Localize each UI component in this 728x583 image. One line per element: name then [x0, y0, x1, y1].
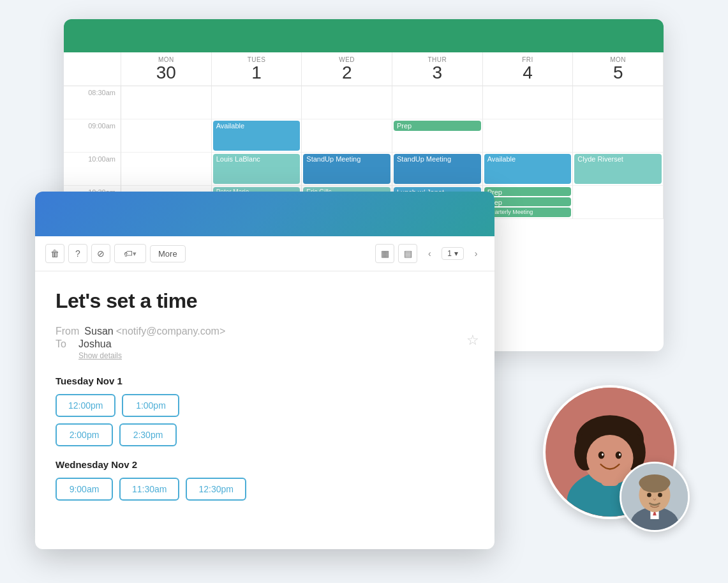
tuesday-title: Tuesday Nov 1	[56, 375, 474, 386]
email-subject: Let's set a time	[56, 289, 474, 313]
cell-mon-0830	[121, 86, 212, 119]
svg-point-11	[619, 453, 621, 456]
view-list-button[interactable]: ▤	[398, 244, 417, 263]
chevron-right-icon: ›	[475, 248, 478, 259]
svg-point-8	[598, 451, 605, 459]
slot-tue-1200[interactable]: 12:00pm	[56, 394, 115, 417]
cell-mon2-0900	[573, 119, 664, 153]
prev-button[interactable]: ‹	[421, 245, 438, 262]
view-grid-button[interactable]: ▦	[375, 244, 394, 263]
slot-wed-1130[interactable]: 11:30am	[119, 478, 179, 501]
block-icon: ⊘	[97, 248, 105, 259]
email-toolbar: 🗑 ? ⊘ 🏷 ▾ More ▦ ▤ ‹ 1 ▾ ›	[35, 236, 494, 271]
delete-button[interactable]: 🗑	[45, 244, 64, 263]
cell-thur-1000: StandUp Meeting	[392, 153, 483, 186]
cell-mon-1000	[121, 153, 212, 186]
email-to-row: To Joshua	[56, 338, 474, 350]
help-button[interactable]: ?	[68, 244, 87, 263]
cell-wed-0900	[302, 119, 392, 153]
slot-wed-1230[interactable]: 12:30pm	[186, 478, 246, 501]
svg-point-10	[602, 453, 604, 456]
cell-mon2-0830	[573, 86, 664, 119]
wednesday-slots-row: 9:00am 11:30am 12:30pm	[56, 478, 474, 501]
event-prep-fri2[interactable]: Prep	[484, 197, 572, 206]
svg-point-21	[658, 493, 662, 497]
date-section-tuesday: Tuesday Nov 1 12:00pm 1:00pm 2:00pm 2:30…	[56, 375, 474, 446]
email-body: ☆ Let's set a time From Susan <notify@co…	[35, 271, 494, 549]
day-header-mon5: Mon 5	[573, 52, 664, 86]
svg-point-19	[641, 480, 668, 492]
chevron-left-icon: ‹	[428, 248, 431, 259]
list-icon: ▤	[404, 248, 412, 259]
email-panel-header	[35, 192, 494, 236]
slot-tue-230[interactable]: 2:30pm	[119, 423, 177, 446]
cell-thur-0900: Prep	[392, 119, 483, 153]
cell-mon2-1030	[573, 186, 664, 219]
avatar-group	[543, 385, 677, 519]
more-button[interactable]: More	[150, 245, 186, 262]
day-header-tues1: Tues 1	[212, 52, 302, 86]
day-header-wed2: Wed 2	[302, 52, 392, 86]
time-label-0900: 09:00am	[64, 119, 121, 153]
date-section-wednesday: Wednesday Nov 2 9:00am 11:30am 12:30pm	[56, 459, 474, 501]
page-indicator[interactable]: 1 ▾	[442, 247, 464, 260]
cell-fri-1000: Available	[483, 153, 574, 186]
email-panel: 🗑 ? ⊘ 🏷 ▾ More ▦ ▤ ‹ 1 ▾ ›	[35, 192, 494, 549]
svg-point-20	[647, 493, 651, 497]
cell-wed-0830	[302, 86, 392, 119]
next-button[interactable]: ›	[468, 245, 484, 262]
cell-mon-0900	[121, 119, 212, 153]
grid-icon: ▦	[381, 248, 389, 259]
block-button[interactable]: ⊘	[91, 244, 110, 263]
event-quarterly[interactable]: Quarterly Meeting	[484, 208, 572, 216]
day-header-thur3: Thur 3	[392, 52, 483, 86]
time-column-header	[64, 52, 121, 86]
star-button[interactable]: ☆	[466, 332, 479, 349]
svg-point-7	[586, 435, 633, 481]
avatar-man	[620, 462, 690, 532]
slot-wed-900[interactable]: 9:00am	[56, 478, 113, 501]
svg-point-9	[616, 451, 622, 459]
email-from-row: From Susan <notify@company.com>	[56, 326, 474, 337]
question-icon: ?	[75, 248, 80, 259]
calendar-header-bar	[64, 19, 664, 52]
tuesday-slots-row2: 2:00pm 2:30pm	[56, 423, 474, 446]
event-standup-thur[interactable]: StandUp Meeting	[394, 154, 481, 184]
time-label-1000: 10:00am	[64, 153, 121, 186]
cell-tues-0830	[212, 86, 302, 119]
cell-tues-0900: Available	[212, 119, 302, 153]
event-available-tues[interactable]: Available	[213, 121, 301, 151]
event-prep-thur[interactable]: Prep	[394, 121, 481, 131]
cell-wed-1000: StandUp Meeting	[302, 153, 392, 186]
cell-fri-0830	[483, 86, 574, 119]
tuesday-slots-row1: 12:00pm 1:00pm	[56, 394, 474, 417]
event-available-fri[interactable]: Available	[484, 154, 572, 184]
tag-button[interactable]: 🏷 ▾	[114, 244, 146, 263]
event-clyde[interactable]: Clyde Riverset	[574, 154, 662, 184]
slot-tue-100[interactable]: 1:00pm	[122, 394, 179, 417]
time-label-0830: 08:30am	[64, 86, 121, 119]
cell-tues-1000: Louis LaBlanc	[212, 153, 302, 186]
event-louis[interactable]: Louis LaBlanc	[213, 154, 301, 184]
event-standup-wed[interactable]: StandUp Meeting	[303, 154, 390, 184]
cell-fri-1030: Prep Prep Quarterly Meeting	[483, 186, 574, 219]
cell-mon2-1000: Clyde Riverset	[573, 153, 664, 186]
wednesday-title: Wednesday Nov 2	[56, 459, 474, 470]
slot-tue-200[interactable]: 2:00pm	[56, 423, 113, 446]
trash-icon: 🗑	[50, 248, 59, 259]
man-avatar-svg	[621, 464, 688, 530]
cell-fri-0900	[483, 119, 574, 153]
day-header-mon30: Mon 30	[121, 52, 212, 86]
cell-thur-0830	[392, 86, 483, 119]
day-header-fri4: Fri 4	[483, 52, 574, 86]
event-prep-fri1[interactable]: Prep	[484, 187, 572, 196]
show-details-link[interactable]: Show details	[78, 351, 474, 360]
tag-icon: 🏷	[124, 248, 133, 259]
